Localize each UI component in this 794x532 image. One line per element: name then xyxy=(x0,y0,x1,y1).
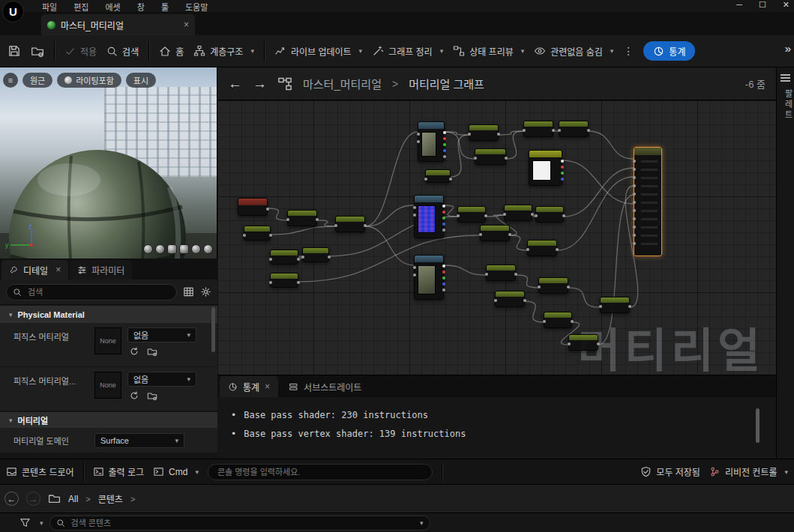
node-pin[interactable] xyxy=(269,234,272,237)
node-pin[interactable] xyxy=(443,131,446,134)
node-pin[interactable] xyxy=(334,224,337,227)
graph-node-green[interactable] xyxy=(544,312,572,328)
node-pin[interactable] xyxy=(561,160,564,163)
content-search-box[interactable]: ▾ xyxy=(49,516,430,531)
cmd-dropdown[interactable]: Cmd▾ xyxy=(153,466,199,477)
graph-node-green[interactable] xyxy=(535,206,564,223)
graph-node-green[interactable] xyxy=(538,277,568,294)
forward-arrow-icon[interactable]: → xyxy=(253,76,267,92)
nav-forward-icon[interactable]: → xyxy=(26,492,40,506)
graph-node-color[interactable] xyxy=(529,150,562,186)
node-pin[interactable] xyxy=(269,258,272,261)
details-search-box[interactable] xyxy=(6,284,177,300)
node-pin[interactable] xyxy=(442,288,445,291)
tab-details[interactable]: 디테일 × xyxy=(1,260,68,279)
shape-sphere-icon[interactable] xyxy=(155,244,165,254)
menu-item[interactable]: 파일 xyxy=(42,0,57,13)
menu-item[interactable]: 편집 xyxy=(73,0,88,13)
unreal-logo-icon[interactable]: U xyxy=(2,1,24,22)
stats-toggle-button[interactable]: 통계 xyxy=(643,41,695,61)
node-pin[interactable] xyxy=(442,205,445,208)
node-pin[interactable] xyxy=(628,305,631,308)
physics-material-mask-dropdown[interactable]: 없음▾ xyxy=(127,372,196,387)
node-pin[interactable] xyxy=(286,218,289,221)
node-pin[interactable] xyxy=(442,223,445,226)
node-pin[interactable] xyxy=(442,282,445,285)
hide-unrelated-button[interactable]: 관련없음 숨김▾ xyxy=(534,45,613,58)
node-pin[interactable] xyxy=(474,157,477,160)
graph-node-green[interactable] xyxy=(335,216,365,232)
tab-parameters[interactable]: 파라미터 xyxy=(70,260,132,279)
physics-material-dropdown[interactable]: 없음▾ xyxy=(127,327,196,342)
graph-node-green[interactable] xyxy=(469,124,499,141)
save-icon[interactable] xyxy=(7,44,21,58)
node-pin[interactable] xyxy=(561,178,564,181)
graph-node-green[interactable] xyxy=(425,169,451,183)
node-pin[interactable] xyxy=(538,285,541,288)
node-pin[interactable] xyxy=(587,129,590,132)
graph-node-green[interactable] xyxy=(457,206,486,223)
use-selected-icon[interactable] xyxy=(129,390,139,401)
node-pin[interactable] xyxy=(443,143,446,146)
maximize-icon[interactable]: ☐ xyxy=(759,0,766,10)
node-pin[interactable] xyxy=(443,137,446,140)
graph-node-green[interactable] xyxy=(568,334,598,351)
node-pin[interactable] xyxy=(301,256,304,259)
node-pin[interactable] xyxy=(269,281,272,284)
node-pin[interactable] xyxy=(633,193,636,196)
node-pin[interactable] xyxy=(316,218,319,221)
perspective-button[interactable]: 원근 xyxy=(22,73,52,88)
node-pin[interactable] xyxy=(413,214,416,217)
node-pin[interactable] xyxy=(568,342,571,345)
breadcrumb-root[interactable]: 마스터_머티리얼 xyxy=(303,76,382,91)
graph-canvas[interactable]: 머티리얼 xyxy=(217,100,776,375)
node-pin[interactable] xyxy=(633,226,636,229)
details-search-input[interactable] xyxy=(26,287,170,297)
browse-to-asset-icon[interactable] xyxy=(147,346,157,357)
node-pin[interactable] xyxy=(442,217,445,220)
hamburger-icon[interactable] xyxy=(781,74,790,82)
all-saved-button[interactable]: 모두 저장됨 xyxy=(640,465,700,478)
node-pin[interactable] xyxy=(413,266,416,269)
more-options-icon[interactable]: ⋮ xyxy=(623,45,634,57)
node-pin[interactable] xyxy=(633,184,636,187)
hierarchy-button[interactable]: 계층구조▾ xyxy=(193,45,254,58)
node-pin[interactable] xyxy=(597,342,600,345)
nav-back-icon[interactable]: ← xyxy=(4,492,19,506)
live-update-button[interactable]: 라이브 업데이트▾ xyxy=(274,45,362,58)
node-pin[interactable] xyxy=(543,320,546,323)
revision-control-button[interactable]: 리비전 컨트롤▾ xyxy=(709,465,788,478)
node-pin[interactable] xyxy=(328,256,331,259)
node-pin[interactable] xyxy=(633,168,636,171)
breadcrumb-content[interactable]: 콘텐츠 xyxy=(98,492,123,505)
graph-node-green[interactable] xyxy=(527,240,557,256)
breadcrumb-current[interactable]: 머티리얼 그래프 xyxy=(409,76,484,91)
preview-viewport[interactable]: ≡ 원근 라이팅포함 표시 z y xyxy=(0,67,217,259)
graph-node-green[interactable] xyxy=(504,205,532,221)
node-pin[interactable] xyxy=(494,299,497,302)
shape-mesh-icon[interactable] xyxy=(203,244,213,254)
node-pin[interactable] xyxy=(633,201,636,204)
asset-thumbnail[interactable]: None xyxy=(94,372,121,399)
tab-substrate[interactable]: 서브스트레이트 xyxy=(280,376,370,397)
node-pin[interactable] xyxy=(479,233,482,236)
node-pin[interactable] xyxy=(523,299,526,302)
node-pin[interactable] xyxy=(364,224,367,227)
graph-node-green[interactable] xyxy=(495,291,525,307)
menu-item[interactable]: 에셋 xyxy=(106,0,121,13)
graph-node-green[interactable] xyxy=(302,247,329,262)
graph-node-texture[interactable] xyxy=(414,255,444,300)
asset-thumbnail[interactable]: None xyxy=(94,327,121,354)
menu-item[interactable]: 창 xyxy=(137,0,145,13)
details-scrollbar[interactable] xyxy=(211,307,215,352)
palette-tab[interactable]: 팔레트 xyxy=(777,89,794,121)
node-pin[interactable] xyxy=(442,229,445,232)
graph-node-green[interactable] xyxy=(475,148,506,165)
shape-cube-icon[interactable] xyxy=(179,244,189,254)
breadcrumb-all[interactable]: All xyxy=(68,494,78,504)
node-pin[interactable] xyxy=(505,157,508,160)
node-pin[interactable] xyxy=(417,140,420,143)
node-pin[interactable] xyxy=(567,285,570,288)
stats-scrollbar[interactable] xyxy=(756,408,760,443)
graph-node-green[interactable] xyxy=(523,121,553,137)
